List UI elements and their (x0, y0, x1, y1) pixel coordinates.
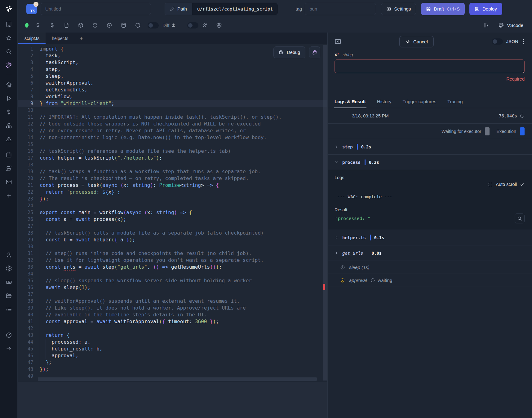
line-number: 26 (18, 216, 33, 223)
route-icon (6, 165, 12, 172)
draft-button[interactable]: Draft Ctrl+S (421, 3, 465, 15)
diff-toggle[interactable] (148, 22, 159, 29)
database-icon[interactable] (121, 22, 126, 28)
step-duration: 0.2s (361, 144, 371, 149)
file-icon[interactable] (64, 22, 69, 28)
library-icon[interactable] (484, 22, 490, 28)
draft-button-label: Draft (434, 6, 444, 11)
timeline-sub-approval[interactable]: approvalwaiting (328, 274, 532, 287)
sidebar-item-search[interactable] (6, 48, 12, 55)
tag-input[interactable] (305, 3, 376, 15)
new-tab-button[interactable]: + (74, 33, 88, 44)
code-line-35: 35 // sleep() suspends the workflow serv… (18, 277, 327, 284)
deploy-button[interactable]: Deploy (469, 3, 502, 15)
ai-wand-button[interactable] (309, 46, 320, 58)
timeline-step-step[interactable]: step0.2s (328, 139, 532, 155)
script-title-input[interactable] (41, 3, 151, 15)
sidebar-item-ai[interactable] (6, 62, 12, 68)
sidebar-item-variables[interactable] (6, 109, 12, 115)
circle-play-icon[interactable] (106, 22, 112, 28)
sidebar-item-favorites[interactable] (6, 35, 12, 41)
panel-tab-history[interactable]: History (377, 95, 392, 108)
field-type: string (343, 52, 353, 57)
expand-icon (488, 182, 493, 187)
dollar-icon[interactable] (35, 22, 41, 28)
editor-horizontal-scrollbar[interactable] (38, 377, 317, 381)
save-icon (426, 7, 431, 11)
vscode-button[interactable]: VScode (498, 22, 523, 28)
rotate-cw-icon[interactable] (135, 22, 141, 28)
windmill-logo-icon[interactable] (4, 4, 13, 13)
sidebar-item-home[interactable] (6, 81, 12, 88)
sidebar-item-folders[interactable] (6, 293, 12, 299)
sidebar-item-workspace[interactable] (6, 21, 12, 28)
kebab-menu-icon[interactable] (522, 38, 525, 46)
json-toggle-group: JSON (492, 38, 525, 46)
line-number: 12 (18, 121, 33, 127)
timeline-sub-sleep-1s-[interactable]: sleep (1s) (328, 261, 532, 274)
building-icon (6, 21, 12, 28)
sidebar-item-account[interactable] (6, 252, 12, 258)
gear-icon (386, 7, 391, 11)
code-line-15: 15 (18, 141, 327, 148)
wand-sparkles-icon (6, 62, 12, 68)
dollar-icon[interactable] (49, 22, 55, 28)
multiplayer-toggle[interactable] (187, 22, 198, 29)
debug-button[interactable]: Debug (273, 46, 305, 58)
timeline-step-get-urls[interactable]: get_urls0.0s (328, 245, 532, 261)
code-line-8: 8 workflow, (18, 93, 327, 100)
check-icon (520, 182, 525, 187)
line-number: 1 (18, 46, 33, 52)
sidebar-item-schedules[interactable] (6, 152, 12, 158)
inspect-result-button[interactable] (515, 213, 525, 223)
line-number: 33 (18, 264, 33, 271)
tab-helper.ts[interactable]: helper.ts (46, 33, 74, 44)
panel-tab-logs-result[interactable]: Logs & Result (335, 95, 366, 108)
editor-vertical-scrollbar[interactable] (323, 45, 327, 381)
panel-tab-tracing[interactable]: Tracing (447, 95, 463, 108)
sidebar-item-audit-logs[interactable] (6, 306, 12, 313)
panel-top-bar: Cancel JSON (328, 33, 532, 51)
tab-script.ts[interactable]: script.ts (18, 33, 46, 44)
settings-button[interactable]: Settings (381, 3, 416, 15)
user-icon (6, 252, 12, 258)
gear-icon[interactable] (216, 22, 222, 28)
run-duration-value: 76.040s (499, 113, 517, 118)
sidebar-item-messages[interactable] (6, 179, 12, 185)
panel-collapse-icon[interactable] (335, 38, 341, 45)
status-dot (25, 23, 29, 28)
users-icon[interactable] (202, 22, 208, 28)
sidebar-item-assets[interactable] (6, 136, 12, 143)
json-toggle[interactable] (492, 38, 503, 45)
panel-tab-trigger-captures[interactable]: Trigger captures (403, 95, 437, 108)
timeline-step-helper-ts[interactable]: helper.ts0.1s (328, 230, 532, 245)
edit-path-button[interactable]: Path (165, 3, 192, 15)
script-path-value[interactable]: u/rfiszel/captivating_script (192, 3, 278, 15)
typescript-badge: TS (26, 4, 37, 14)
sidebar-item-triggers[interactable] (6, 165, 12, 172)
package-icon[interactable] (92, 22, 98, 28)
code-line-19: 19// task() wraps a function as a workfl… (18, 168, 327, 175)
line-number: 23 (18, 196, 33, 202)
sidebar-item-resources[interactable] (6, 122, 12, 129)
sidebar-item-workers[interactable] (6, 279, 12, 285)
code-editor[interactable]: 1import {2 task,3 taskScript,4 step,5 sl… (18, 44, 327, 382)
sidebar-item-create[interactable] (6, 192, 12, 199)
code-line-20: 20// The result is checkpointed — on ret… (18, 175, 327, 182)
sidebar-item-settings[interactable] (6, 265, 12, 272)
auto-scroll-toggle[interactable]: Auto scroll (335, 182, 525, 187)
sidebar-item-expand-sidebar[interactable] (6, 345, 12, 352)
sidebar-item-runs[interactable] (6, 95, 12, 102)
field-x-input[interactable] (335, 59, 525, 73)
package-icon[interactable] (78, 22, 84, 28)
server-cog-icon (6, 279, 12, 285)
timeline-step-process[interactable]: process0.2s (328, 155, 532, 170)
cancel-button[interactable]: Cancel (399, 36, 434, 47)
code-line-26: 26 const a = await process(x); (18, 216, 327, 223)
line-number: 34 (18, 271, 33, 277)
top-header: TS Path u/rfiszel/captivating_script tag… (18, 0, 532, 18)
line-number: 7 (18, 86, 33, 93)
plus-minus-icon[interactable]: ± (172, 22, 175, 29)
sidebar-item-help[interactable] (6, 332, 12, 338)
code-line-5: 5 sleep, (18, 73, 327, 80)
